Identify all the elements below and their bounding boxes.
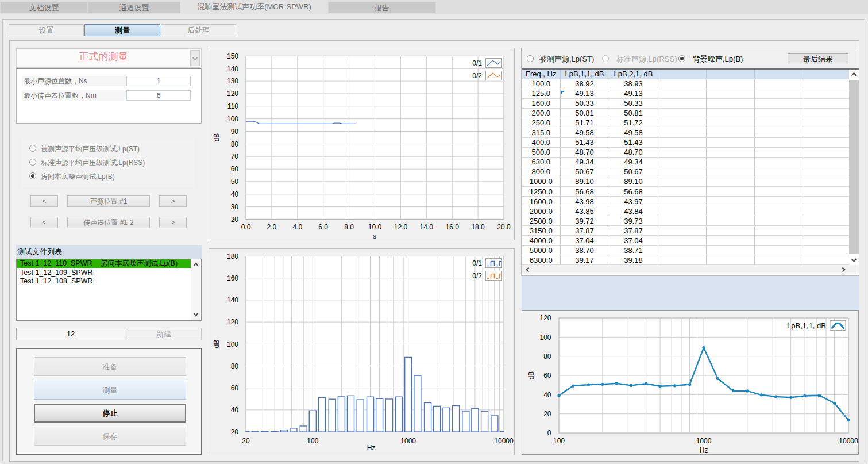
- svg-text:30: 30: [231, 203, 239, 211]
- svg-text:0/1: 0/1: [472, 259, 482, 267]
- svg-text:0/2: 0/2: [472, 272, 482, 280]
- svg-text:120: 120: [227, 318, 238, 326]
- svg-text:10000: 10000: [494, 437, 514, 445]
- svg-text:80: 80: [231, 140, 239, 148]
- svg-text:20.0: 20.0: [497, 223, 511, 231]
- svg-text:dB: dB: [213, 340, 221, 348]
- svg-text:120: 120: [227, 90, 238, 98]
- svg-text:8.0: 8.0: [344, 223, 354, 231]
- svg-text:s: s: [373, 232, 376, 240]
- svg-text:80: 80: [231, 362, 239, 370]
- svg-text:20: 20: [231, 216, 239, 224]
- svg-text:1000: 1000: [400, 437, 416, 445]
- svg-text:130: 130: [227, 77, 238, 85]
- svg-text:4.0: 4.0: [292, 223, 302, 231]
- svg-text:160: 160: [227, 274, 238, 282]
- svg-text:80: 80: [543, 352, 551, 361]
- svg-text:50: 50: [231, 178, 239, 186]
- svg-text:60: 60: [231, 165, 239, 173]
- svg-text:100: 100: [307, 437, 318, 445]
- svg-text:40: 40: [543, 391, 551, 399]
- svg-text:150: 150: [227, 52, 238, 60]
- svg-text:6.0: 6.0: [318, 223, 328, 231]
- svg-text:dB: dB: [527, 371, 535, 380]
- svg-text:LpB,1,1, dB: LpB,1,1, dB: [787, 321, 826, 330]
- svg-text:40: 40: [231, 190, 239, 198]
- svg-text:dB: dB: [213, 133, 221, 142]
- svg-text:Hz: Hz: [367, 444, 376, 452]
- svg-text:20: 20: [543, 410, 551, 418]
- svg-text:60: 60: [543, 371, 551, 379]
- svg-text:140: 140: [227, 296, 238, 304]
- svg-text:100: 100: [539, 333, 551, 342]
- svg-text:40: 40: [231, 406, 239, 414]
- svg-text:20: 20: [242, 437, 250, 445]
- svg-text:70: 70: [231, 152, 239, 160]
- svg-text:Hz: Hz: [700, 446, 708, 454]
- svg-text:100: 100: [227, 340, 238, 348]
- svg-text:0.0: 0.0: [241, 223, 251, 231]
- svg-text:0/2: 0/2: [472, 72, 482, 80]
- svg-text:14.0: 14.0: [420, 223, 434, 231]
- svg-text:110: 110: [227, 102, 238, 110]
- svg-text:16.0: 16.0: [446, 223, 460, 231]
- svg-text:0/1: 0/1: [472, 59, 482, 67]
- svg-text:0: 0: [547, 429, 551, 437]
- svg-text:18.0: 18.0: [471, 223, 485, 231]
- svg-text:90: 90: [231, 128, 239, 136]
- svg-text:2.0: 2.0: [267, 223, 277, 231]
- svg-text:120: 120: [539, 314, 551, 322]
- svg-text:60: 60: [231, 384, 239, 392]
- svg-text:10000: 10000: [839, 437, 858, 445]
- svg-text:180: 180: [227, 252, 238, 260]
- svg-text:12.0: 12.0: [394, 223, 408, 231]
- svg-text:140: 140: [227, 65, 238, 73]
- svg-text:10.0: 10.0: [368, 223, 382, 231]
- svg-text:100: 100: [227, 115, 238, 123]
- svg-text:20: 20: [231, 428, 239, 436]
- svg-text:1000: 1000: [696, 437, 712, 445]
- svg-text:100: 100: [553, 437, 565, 445]
